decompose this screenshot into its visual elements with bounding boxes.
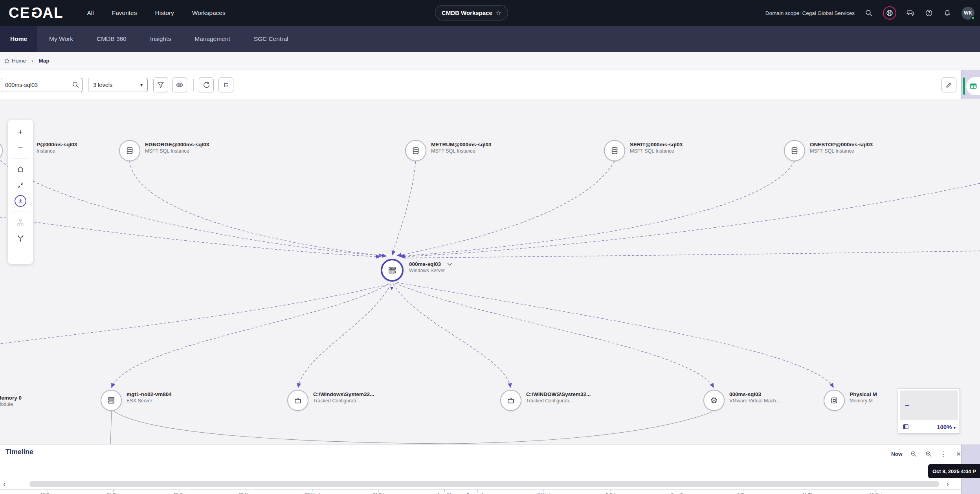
tab-sgc-central[interactable]: SGC Central [242, 26, 300, 52]
bell-icon[interactable] [943, 9, 952, 17]
node-sublabel: VMware Virtual Mach... [729, 398, 780, 404]
tab-my-work[interactable]: My Work [37, 26, 85, 52]
layout-button[interactable] [218, 77, 233, 92]
breadcrumb-home-label: Home [12, 58, 26, 64]
download-map-button[interactable] [13, 194, 28, 208]
search-field-wrap [1, 78, 83, 92]
server-icon [381, 259, 404, 282]
branch-icon [17, 234, 24, 242]
timeline-zoom-out-button[interactable] [910, 450, 918, 457]
reset-view-button[interactable] [13, 162, 28, 177]
edit-button[interactable] [941, 77, 956, 92]
tick-label: Sep 7 [671, 492, 683, 494]
node-physical-memory[interactable]: Physical M Memory M [824, 390, 845, 411]
levels-dropdown[interactable]: 3 levels ▾ [88, 78, 148, 92]
node-metrum-sql-instance[interactable]: METRUM@000ms-sql03 MSFT SQL Instance [405, 140, 426, 161]
home-icon [17, 166, 24, 173]
logo-suffix: AL [42, 5, 63, 21]
timeline-tick: 29 Fri [373, 490, 384, 494]
toolbar-divider [193, 79, 194, 91]
globe-scope-button[interactable] [883, 6, 896, 20]
tab-management[interactable]: Management [183, 26, 242, 52]
search-field-icon[interactable] [72, 81, 79, 88]
layout-icon [222, 81, 230, 89]
timeline-now-button[interactable]: Now [891, 451, 903, 457]
nav-workspaces[interactable]: Workspaces [192, 9, 226, 17]
node-label: Memory 0 [0, 395, 22, 401]
star-icon[interactable]: ☆ [496, 9, 501, 17]
tick-label: 27 Wed [305, 492, 320, 494]
fit-view-button[interactable] [13, 178, 28, 193]
sitemap-icon [17, 219, 24, 227]
tab-home[interactable]: Home [0, 26, 37, 52]
timeline-scroll-right[interactable]: › [946, 479, 949, 488]
node-esx-server[interactable]: mgt1-no02-vm804 ESX Server [101, 390, 122, 411]
timeline-menu-button[interactable]: ⋮ [940, 450, 947, 457]
node-sublabel: ESX Server [127, 398, 172, 404]
zoom-in-button[interactable]: + [13, 125, 28, 140]
minimap[interactable]: 100%▾ [898, 389, 960, 433]
timeline-tick: 9 Tue [738, 490, 749, 494]
node-partial-memory-module[interactable]: Memory 0 Module [0, 395, 22, 407]
tick-label: 3 Wed [537, 492, 550, 494]
panel-table-button[interactable] [966, 77, 980, 95]
node-egnorge-sql-instance[interactable]: EGNORGE@000ms-sql03 MSFT SQL Instance [119, 140, 140, 161]
minimap-viewport [900, 391, 958, 420]
globe-icon [885, 9, 894, 17]
briefcase-icon [500, 390, 521, 411]
node-label: Physical M [850, 391, 877, 397]
pencil-icon [945, 81, 953, 89]
top-bar: CEGAL All Favorites History Workspaces C… [0, 0, 980, 26]
node-label: EGNORGE@000ms-sql03 [145, 142, 209, 147]
nav-history[interactable]: History [155, 9, 174, 17]
node-serit-sql-instance[interactable]: SERIT@000ms-sql03 MSFT SQL Instance [604, 140, 625, 161]
minimap-toggle-icon[interactable] [902, 423, 909, 430]
breadcrumb-home[interactable]: Home [4, 58, 26, 64]
tick-label: 5 Fri [606, 492, 615, 494]
timeline-zoom-in-button[interactable] [925, 450, 932, 457]
timeline-controls: Now ⋮ × [891, 450, 962, 457]
nav-favorites[interactable]: Favorites [112, 9, 137, 17]
active-panel-indicator [963, 77, 965, 95]
tick-label: 19 Tue [40, 492, 54, 494]
logo-prefix: CE [9, 5, 30, 21]
minimap-zoom-select[interactable]: 100%▾ [937, 424, 956, 430]
node-onestop-sql-instance[interactable]: ONESTOP@000ms-sql03 MSFT SQL Instance [784, 140, 805, 161]
branch-layout-button[interactable] [13, 231, 28, 246]
node-partial-sql-instance[interactable]: P@000ms-sql03 Instance [0, 140, 3, 161]
database-icon [604, 140, 625, 161]
node-central-windows-server[interactable]: 000ms-sql03 Windows Server [381, 259, 404, 282]
help-icon[interactable] [925, 9, 933, 17]
tools-divider [12, 159, 29, 159]
database-icon [784, 140, 805, 161]
node-tracked-config-1[interactable]: C:\Windows\System32... Tracked Configura… [287, 390, 308, 411]
user-avatar[interactable]: WK [962, 7, 974, 20]
breadcrumb-separator: › [31, 58, 33, 64]
timeline-scroll-left[interactable]: ‹ [3, 479, 6, 488]
chevron-down-icon: ▾ [953, 425, 956, 430]
node-sublabel: MSFT SQL Instance [810, 148, 873, 154]
timeline-scrollbar[interactable] [29, 481, 939, 487]
tick-label: September [466, 492, 488, 494]
zoom-out-button[interactable]: − [13, 140, 28, 155]
refresh-button[interactable] [199, 77, 214, 92]
nav-all[interactable]: All [87, 9, 94, 17]
workspace-pill[interactable]: CMDB Workspace ☆ [435, 5, 508, 20]
tab-insights[interactable]: Insights [138, 26, 183, 52]
minimap-bar: 100%▾ [898, 420, 960, 433]
filter-button[interactable] [153, 77, 168, 92]
search-icon[interactable] [864, 9, 873, 17]
visibility-button[interactable] [172, 77, 187, 92]
timeline-close-button[interactable]: × [955, 450, 962, 457]
dependency-map-canvas[interactable]: P@000ms-sql03 Instance EGNORGE@000ms-sql… [0, 99, 980, 444]
node-sublabel: MSFT SQL Instance [145, 148, 209, 154]
chevron-down-icon[interactable] [447, 261, 452, 267]
node-vmware-vm[interactable]: ⚙ 000ms-sql03 VMware Virtual Mach... [703, 390, 725, 411]
chat-icon[interactable] [906, 9, 915, 17]
tab-cmdb-360[interactable]: CMDB 360 [85, 26, 138, 52]
node-label: 000ms-sql03 [409, 261, 452, 267]
node-sublabel: Tracked Configurati... [313, 398, 374, 404]
node-tracked-config-2[interactable]: C:\WINDOWS\System32... Tracked Configura… [500, 390, 521, 411]
search-input[interactable] [1, 78, 83, 92]
node-sublabel: Memory M [850, 398, 877, 404]
